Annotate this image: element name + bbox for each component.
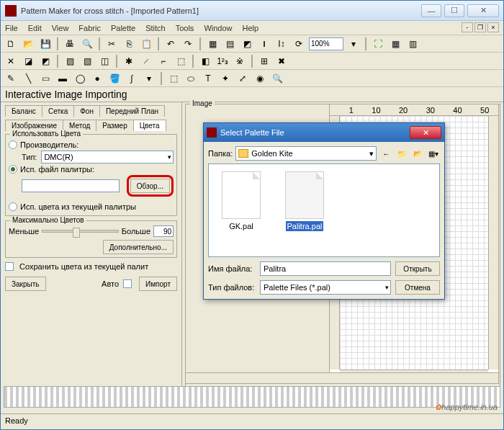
tool-icon[interactable]: ⬚ — [174, 54, 188, 68]
main-hscrollbar[interactable] — [185, 372, 499, 384]
tab-balance[interactable]: Баланс — [5, 105, 42, 117]
back-icon[interactable]: ← — [379, 147, 392, 160]
cut-icon[interactable]: ✂ — [104, 37, 119, 51]
tool-icon[interactable]: ✱ — [122, 54, 136, 68]
zoom-combo[interactable]: 100% — [309, 37, 343, 50]
tab-background[interactable]: Фон — [73, 105, 100, 117]
radio-manufacturer[interactable] — [9, 140, 17, 149]
menu-stitch[interactable]: Stitch — [145, 24, 166, 32]
tool-icon[interactable]: ▤ — [222, 37, 237, 51]
palette-strip[interactable] — [4, 386, 500, 408]
vscrollbar[interactable] — [488, 116, 498, 369]
tab-foreground[interactable]: Передний План — [99, 105, 165, 117]
menu-tools[interactable]: Tools — [176, 24, 194, 32]
text-icon[interactable]: T — [201, 71, 215, 86]
radio-palette-file[interactable] — [9, 165, 17, 174]
menu-window[interactable]: Window — [204, 24, 232, 32]
newfolder-icon[interactable]: 📂 — [411, 147, 424, 160]
folder-combo[interactable]: Golden Kite ▾ — [235, 146, 377, 161]
tool-icon[interactable]: ▦ — [388, 37, 402, 51]
tool-icon[interactable]: ※ — [233, 54, 247, 68]
radio-current-palette[interactable] — [9, 202, 17, 211]
menu-view[interactable]: View — [52, 24, 69, 32]
dropdown-icon[interactable]: ▾ — [142, 71, 156, 86]
numbers-icon[interactable]: 1²₃ — [215, 54, 230, 68]
cancel-button[interactable]: Отмена — [395, 280, 440, 295]
tool-icon[interactable]: ▦ — [205, 37, 220, 51]
menu-help[interactable]: Help — [243, 24, 259, 32]
views-icon[interactable]: ▦▾ — [427, 147, 440, 160]
tab-size[interactable]: Размер — [96, 120, 133, 131]
menu-fabric[interactable]: Fabric — [78, 24, 101, 32]
pencil-icon[interactable]: ✎ — [4, 71, 18, 86]
grid-icon[interactable]: ⊞ — [257, 54, 271, 68]
refresh-icon[interactable]: ⟳ — [292, 37, 306, 51]
palette-path-input[interactable] — [22, 179, 120, 192]
menu-file[interactable]: File — [5, 24, 18, 32]
line-icon[interactable]: ╲ — [21, 71, 35, 86]
tool-icon[interactable]: ⟋ — [139, 54, 153, 68]
new-icon[interactable]: 🗋 — [4, 37, 18, 51]
zoom-icon[interactable]: 🔍 — [270, 71, 284, 86]
file-item[interactable]: GK.pal — [216, 171, 266, 249]
lasso-icon[interactable]: ⬭ — [184, 71, 198, 86]
undo-icon[interactable]: ↶ — [163, 37, 178, 51]
import-button[interactable]: Импорт — [139, 277, 177, 291]
print-icon[interactable]: 🖶 — [63, 37, 77, 51]
tab-grid[interactable]: Сетка — [42, 105, 74, 117]
auto-checkbox[interactable] — [123, 279, 132, 288]
bold-icon[interactable]: I — [257, 37, 271, 51]
up-icon[interactable]: 📁 — [395, 147, 408, 160]
color-slider[interactable] — [42, 230, 119, 233]
close-button[interactable]: ✕ — [467, 4, 499, 17]
redo-icon[interactable]: ↷ — [181, 37, 195, 51]
paste-icon[interactable]: 📋 — [139, 37, 153, 51]
open-icon[interactable]: 📂 — [21, 37, 35, 51]
select-icon[interactable]: ⬚ — [166, 71, 181, 86]
file-list[interactable]: GK.pal Palitra.pal — [208, 164, 440, 257]
copy-icon[interactable]: ⎘ — [122, 37, 136, 51]
dialog-close-button[interactable]: ✕ — [410, 126, 441, 139]
fillellipse-icon[interactable]: ● — [90, 71, 104, 86]
additional-button[interactable]: Дополнительно... — [103, 240, 174, 254]
tool-icon[interactable]: ▧ — [80, 54, 94, 68]
tool-icon[interactable]: ◩ — [38, 54, 53, 68]
open-button[interactable]: Открыть — [395, 261, 440, 276]
browse-button[interactable]: Обзор... — [130, 179, 170, 193]
tool-icon[interactable]: ▨ — [63, 54, 77, 68]
filetype-combo[interactable]: Palette Files (*.pal) — [260, 280, 391, 295]
fill-icon[interactable]: 🪣 — [107, 71, 122, 86]
menu-edit[interactable]: Edit — [28, 24, 42, 32]
wand-icon[interactable]: ✦ — [218, 71, 233, 86]
save-icon[interactable]: 💾 — [38, 37, 53, 51]
max-colors-input[interactable] — [153, 225, 174, 237]
color-icon[interactable]: ◧ — [198, 54, 212, 68]
tool-icon[interactable]: ◩ — [240, 37, 254, 51]
save-colors-checkbox[interactable] — [5, 262, 14, 271]
mdi-restore[interactable]: ❐ — [474, 22, 486, 32]
file-item[interactable]: Palitra.pal — [279, 171, 330, 249]
rect-icon[interactable]: ▭ — [38, 71, 53, 86]
eyedrop-icon[interactable]: ⤢ — [235, 71, 250, 86]
tool-icon[interactable]: ◉ — [253, 71, 267, 86]
minimize-button[interactable]: — — [421, 4, 441, 17]
zoom-dropdown-icon[interactable]: ▾ — [346, 37, 361, 51]
menu-palette[interactable]: Palette — [111, 24, 135, 32]
tool-icon[interactable]: ◪ — [21, 54, 35, 68]
tool-icon[interactable]: ✖ — [274, 54, 289, 68]
tool-icon[interactable]: I↕ — [274, 37, 289, 51]
preview-icon[interactable]: 🔍 — [80, 37, 94, 51]
mdi-close[interactable]: × — [487, 22, 499, 32]
close-panel-button[interactable]: Закрыть — [5, 277, 46, 291]
cross-icon[interactable]: ✕ — [4, 54, 18, 68]
fillrect-icon[interactable]: ▬ — [55, 71, 70, 86]
maximize-button[interactable]: ☐ — [444, 4, 464, 17]
tool-icon[interactable]: ◫ — [97, 54, 112, 68]
tool-icon[interactable]: ▥ — [405, 37, 420, 51]
tool-icon[interactable]: ⌐ — [156, 54, 171, 68]
filename-input[interactable]: Palitra — [260, 261, 391, 276]
tab-colors[interactable]: Цвета — [133, 120, 166, 131]
curve-icon[interactable]: ∫ — [125, 71, 139, 86]
expand-icon[interactable]: ⛶ — [371, 37, 385, 51]
type-combo[interactable]: DMC(R) — [41, 151, 174, 164]
